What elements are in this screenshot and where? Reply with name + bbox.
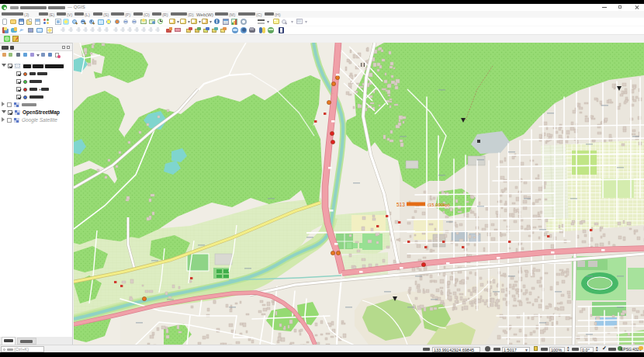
svg-text:513: 513	[396, 202, 405, 207]
svg-text:(15,000kp): (15,000kp)	[428, 203, 450, 207]
